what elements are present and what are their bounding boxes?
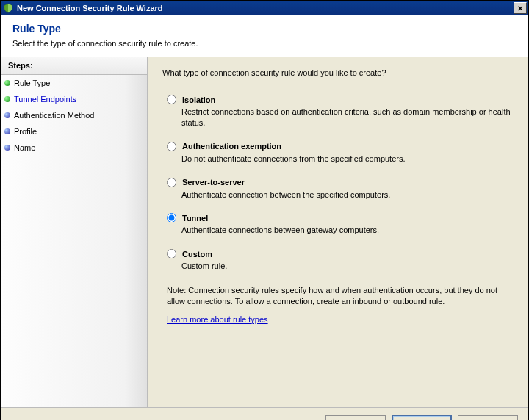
wizard-window: New Connection Security Rule Wizard ✕ Ru… [0, 0, 529, 420]
step-bullet-icon [4, 80, 10, 86]
titlebar: New Connection Security Rule Wizard ✕ [1, 1, 528, 15]
content-area: Steps: Rule TypeTunnel EndpointsAuthenti… [1, 57, 528, 407]
option-row[interactable]: Server-to-server [167, 178, 514, 187]
radio-tunnel[interactable] [167, 213, 176, 222]
option-desc: Restrict connections based on authentica… [181, 106, 514, 128]
option-row[interactable]: Isolation [167, 95, 514, 104]
step-bullet-icon [4, 128, 10, 134]
option-desc: Authenticate connections between gateway… [181, 225, 514, 236]
option-custom: CustomCustom rule. [167, 249, 514, 272]
option-desc: Do not authenticate connections from the… [181, 153, 514, 164]
radio-servertoserver[interactable] [167, 178, 176, 187]
option-label: Isolation [182, 95, 215, 104]
sidebar-item-name: Name [1, 140, 147, 156]
option-row[interactable]: Authentication exemption [167, 142, 514, 151]
sidebar-item-profile: Profile [1, 123, 147, 140]
option-row[interactable]: Custom [167, 249, 514, 258]
close-icon: ✕ [517, 4, 523, 12]
option-row[interactable]: Tunnel [167, 213, 514, 222]
sidebar-item-label: Tunnel Endpoints [14, 95, 76, 104]
option-label: Authentication exemption [182, 142, 281, 151]
sidebar-item-tunnel-endpoints[interactable]: Tunnel Endpoints [1, 91, 147, 107]
page-title: Rule Type [12, 23, 517, 35]
wizard-header: Rule Type Select the type of connection … [1, 15, 528, 57]
radio-authexemption[interactable] [167, 142, 176, 151]
option-tunnel: TunnelAuthenticate connections between g… [167, 213, 514, 236]
sidebar-item-label: Profile [14, 127, 37, 136]
step-bullet-icon [4, 145, 10, 151]
step-bullet-icon [4, 112, 10, 118]
question-label: What type of connection security rule wo… [162, 68, 514, 77]
step-bullet-icon [4, 96, 10, 102]
option-servertoserver: Server-to-serverAuthenticate connection … [167, 178, 514, 200]
sidebar-item-label: Name [14, 143, 35, 152]
window-title: New Connection Security Rule Wizard [17, 4, 514, 12]
page-subtitle: Select the type of connection security r… [12, 39, 517, 48]
app-icon [2, 2, 14, 14]
option-label: Custom [182, 250, 212, 258]
option-desc: Custom rule. [181, 261, 514, 272]
option-label: Server-to-server [182, 178, 245, 187]
steps-sidebar: Steps: Rule TypeTunnel EndpointsAuthenti… [1, 57, 148, 407]
sidebar-item-rule-type: Rule Type [1, 75, 147, 91]
radio-isolation[interactable] [167, 95, 176, 104]
sidebar-item-label: Authentication Method [14, 111, 94, 120]
sidebar-item-authentication-method: Authentication Method [1, 107, 147, 123]
option-label: Tunnel [182, 214, 208, 222]
options-group: IsolationRestrict connections based on a… [167, 95, 514, 272]
main-panel: What type of connection security rule wo… [148, 57, 528, 407]
learn-more-link[interactable]: Learn more about rule types [167, 315, 268, 324]
option-authexemption: Authentication exemptionDo not authentic… [167, 142, 514, 164]
cancel-button[interactable]: Cancel [458, 415, 518, 421]
back-button: < Back [325, 415, 386, 421]
close-button[interactable]: ✕ [514, 2, 527, 14]
radio-custom[interactable] [167, 249, 176, 258]
sidebar-header: Steps: [1, 57, 147, 75]
sidebar-item-label: Rule Type [14, 79, 50, 87]
option-desc: Authenticate connection between the spec… [181, 189, 514, 200]
note-text: Note: Connection security rules specify … [167, 285, 514, 308]
button-bar: < Back Next > Cancel [1, 407, 528, 420]
next-button[interactable]: Next > [392, 415, 452, 421]
option-isolation: IsolationRestrict connections based on a… [167, 95, 514, 128]
